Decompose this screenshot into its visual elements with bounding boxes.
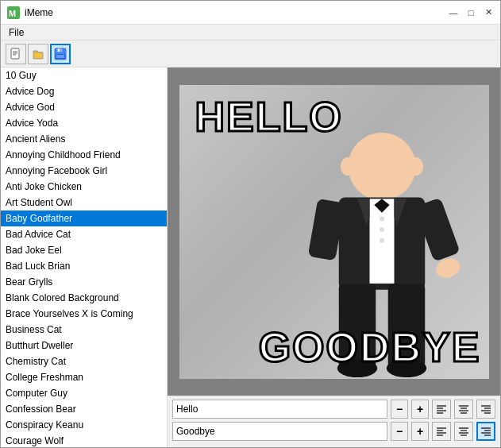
top-text-input[interactable] [172,400,387,419]
meme-list[interactable]: 10 GuyAdvice DogAdvice GodAdvice YodaAnc… [1,68,167,447]
close-button[interactable]: ✕ [483,7,494,18]
list-item[interactable]: Bear Grylls [1,274,167,290]
bottom-text-input[interactable] [172,422,387,441]
list-item[interactable]: Courage Wolf [1,433,167,447]
svg-rect-8 [58,48,60,52]
meme-image: HELLO GOODBYE [179,85,489,379]
save-button[interactable] [50,44,71,64]
list-item[interactable]: Conspiracy Keanu [1,417,167,433]
bottom-align-right-btn[interactable] [476,422,495,441]
list-item[interactable]: Art Student Owl [1,195,167,210]
list-item[interactable]: College Freshman [1,369,167,385]
title-bar: M iMeme — □ ✕ [1,1,500,25]
list-item[interactable]: Annoying Facebook Girl [1,163,167,179]
app-title: iMeme [25,7,53,18]
svg-rect-10 [56,55,64,58]
main-content: 10 GuyAdvice DogAdvice GodAdvice YodaAnc… [1,68,500,447]
top-decrease-btn[interactable]: − [391,400,408,419]
bottom-increase-btn[interactable]: + [411,422,429,441]
save-icon [54,48,67,60]
svg-point-13 [407,157,422,176]
menu-bar: File [1,25,500,41]
list-item[interactable]: Ancient Aliens [1,131,167,147]
new-icon [10,48,22,60]
meme-bottom-text: GOODBYE [259,323,481,371]
open-icon [32,48,44,60]
align-right-icon [480,427,491,436]
meme-preview: HELLO GOODBYE [168,68,500,396]
top-align-right-btn[interactable] [476,400,495,419]
menu-file[interactable]: File [4,25,29,40]
list-item[interactable]: Advice God [1,99,167,115]
list-item[interactable]: Computer Guy [1,385,167,401]
list-item[interactable]: 10 Guy [1,68,167,83]
open-button[interactable] [28,44,48,64]
align-center-icon [458,427,469,436]
title-bar-left: M iMeme [7,6,53,19]
list-item[interactable]: Blank Colored Background [1,290,167,306]
list-item[interactable]: Bad Joke Eel [1,242,167,258]
bottom-align-left-btn[interactable] [432,422,451,441]
list-item[interactable]: Confession Bear [1,401,167,417]
svg-point-17 [380,216,384,221]
list-item[interactable]: Brace Yourselves X is Coming [1,306,167,322]
align-center-icon [458,404,469,414]
canvas-area: HELLO GOODBYE − + [168,68,500,447]
list-item[interactable]: Advice Yoda [1,115,167,131]
svg-point-12 [340,157,355,176]
list-item[interactable]: Annoying Childhood Friend [1,147,167,163]
bottom-align-center-btn[interactable] [454,422,473,441]
list-item[interactable]: Butthurt Dweller [1,338,167,353]
bottom-decrease-btn[interactable]: − [391,422,408,441]
meme-top-text: HELLO [195,93,343,141]
toolbar [1,41,500,68]
list-item[interactable]: Baby Godfather [1,210,167,226]
new-button[interactable] [6,44,26,64]
sidebar: 10 GuyAdvice DogAdvice GodAdvice YodaAnc… [1,68,168,447]
list-item[interactable]: Chemistry Cat [1,353,167,369]
svg-point-11 [348,133,415,200]
maximize-button[interactable]: □ [465,7,476,18]
svg-point-18 [380,227,384,232]
app-icon: M [7,6,20,19]
list-item[interactable]: Business Cat [1,322,167,338]
main-window: M iMeme — □ ✕ File [0,0,501,448]
title-bar-controls: — □ ✕ [448,7,494,18]
align-left-icon [436,404,447,414]
minimize-button[interactable]: — [448,7,459,18]
list-item[interactable]: Bad Advice Cat [1,226,167,242]
svg-text:M: M [9,9,16,18]
bottom-text-row: − + [172,422,495,441]
top-align-center-btn[interactable] [454,400,473,419]
top-text-row: − + [172,400,495,419]
top-align-left-btn[interactable] [432,400,451,419]
align-left-icon [436,427,447,436]
list-item[interactable]: Anti Joke Chicken [1,179,167,195]
top-increase-btn[interactable]: + [411,400,429,419]
align-right-icon [480,404,491,414]
list-item[interactable]: Advice Dog [1,83,167,99]
list-item[interactable]: Bad Luck Brian [1,258,167,274]
svg-point-19 [380,238,384,242]
input-area: − + [168,396,500,447]
